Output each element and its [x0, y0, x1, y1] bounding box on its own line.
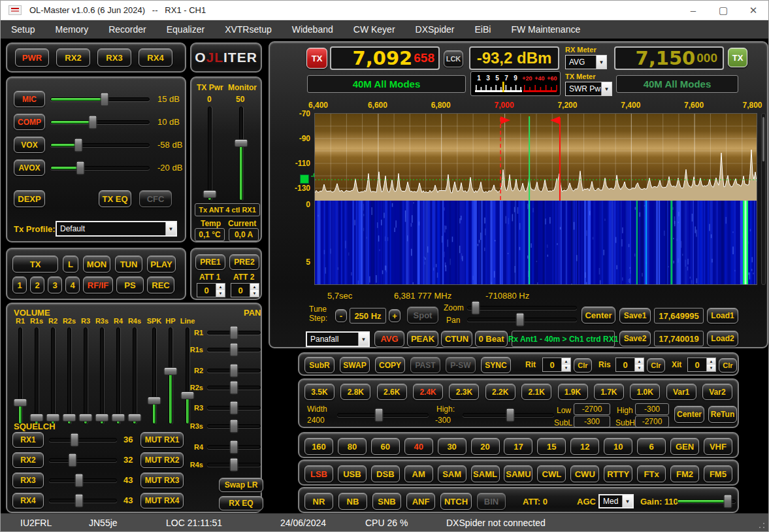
- gain-slider-thumb[interactable]: [723, 495, 732, 508]
- 10-button[interactable]: 10: [604, 438, 632, 455]
- 160-button[interactable]: 160: [304, 438, 333, 455]
- filter-center-button[interactable]: Center: [674, 406, 704, 423]
- tun-button[interactable]: TUN: [115, 256, 142, 273]
- vox-gain-slider[interactable]: [50, 140, 150, 150]
- xit-clear-button[interactable]: Clr: [719, 358, 737, 373]
- copy-button[interactable]: COPY: [375, 357, 405, 373]
- nr-button[interactable]: NR: [304, 493, 333, 510]
- cfc-button[interactable]: CFC: [139, 190, 172, 207]
- fm2-button[interactable]: FM2: [670, 465, 699, 482]
- 80-button[interactable]: 80: [338, 438, 367, 455]
- menu-item-setup[interactable]: Setup: [11, 24, 35, 35]
- spectrum-scale-thumb[interactable]: [762, 117, 764, 161]
- gain-marker-handle[interactable]: [300, 175, 309, 184]
- mic-gain-slider[interactable]: [50, 94, 150, 105]
- mute-rx2-button[interactable]: MUT RX2: [140, 452, 184, 468]
- avg-button[interactable]: AVG: [374, 331, 404, 347]
- mic-gain-slider-thumb[interactable]: [100, 93, 108, 107]
- menu-item-eibi[interactable]: EiBi: [474, 24, 491, 35]
- tx-meter-dropdown[interactable]: SWR Pwr ▼: [565, 82, 612, 96]
- tx-eq-button[interactable]: TX EQ: [99, 190, 131, 207]
- rx3-squelch-slider[interactable]: [49, 475, 117, 486]
- menu-item-cw-keyer[interactable]: CW Keyer: [353, 24, 395, 35]
- xit-up-icon[interactable]: ▲: [707, 358, 715, 365]
- ntch-button[interactable]: NTCH: [440, 493, 472, 510]
- rx3-button[interactable]: RX3: [97, 48, 131, 67]
- mute-rx1-button[interactable]: MUT RX1: [140, 432, 184, 448]
- l-button[interactable]: L: [63, 256, 78, 273]
- width-slider[interactable]: [337, 410, 429, 420]
- chevron-down-icon[interactable]: ▼: [596, 56, 606, 69]
- dexp-button[interactable]: DEXP: [14, 190, 45, 207]
- menu-item-equalizer[interactable]: Equalizer: [167, 24, 205, 35]
- rx4-squelch-button[interactable]: RX4: [12, 493, 44, 508]
- att2-stepper[interactable]: 0 ▲▼: [231, 283, 259, 297]
- am-button[interactable]: AM: [404, 465, 433, 482]
- 60-button[interactable]: 60: [371, 438, 400, 455]
- panadapter-waterfall-canvas[interactable]: [315, 114, 757, 285]
- minimize-button[interactable]: –: [678, 1, 708, 20]
- 20-button[interactable]: 20: [471, 438, 500, 455]
- 1-button[interactable]: 1: [12, 276, 27, 293]
- ris-clear-button[interactable]: Clr: [647, 358, 665, 373]
- gain-slider[interactable]: [677, 496, 736, 507]
- menu-item-dxspider[interactable]: DXSpider: [416, 24, 455, 35]
- comp-button[interactable]: COMP: [14, 114, 45, 130]
- 17-button[interactable]: 17: [504, 438, 532, 455]
- avox-gain-slider-thumb[interactable]: [76, 161, 84, 175]
- tx-a-button[interactable]: TX: [306, 48, 327, 69]
- zoom-slider[interactable]: [467, 303, 577, 313]
- menu-item-recorder[interactable]: Recorder: [108, 24, 146, 35]
- peak-button[interactable]: PEAK: [407, 331, 438, 347]
- avox-gain-slider[interactable]: [50, 163, 150, 173]
- bin-button[interactable]: BIN: [477, 493, 506, 510]
- rx4-button[interactable]: RX4: [139, 48, 172, 67]
- 2-1k-button[interactable]: 2.1K: [521, 384, 551, 400]
- ris-stepper[interactable]: 0▲▼: [615, 357, 644, 372]
- retun-button[interactable]: ReTun: [708, 406, 737, 423]
- cwl-button[interactable]: CWL: [537, 465, 566, 482]
- rx2-squelch-slider[interactable]: [49, 455, 117, 465]
- maximize-button[interactable]: ▢: [708, 1, 738, 20]
- vox-button[interactable]: VOX: [14, 137, 45, 153]
- zero-beat-button[interactable]: 0 Beat: [475, 331, 508, 347]
- rx3-squelch-slider-thumb[interactable]: [74, 474, 83, 488]
- 3-5k-button[interactable]: 3.5K: [304, 384, 335, 400]
- 4-button[interactable]: 4: [65, 276, 80, 293]
- att1-stepper[interactable]: 0 ▲▼: [197, 283, 225, 297]
- rit-clear-button[interactable]: Clr: [574, 358, 592, 373]
- sync-button[interactable]: SYNC: [481, 357, 511, 373]
- high-slider[interactable]: [463, 410, 554, 420]
- step-plus-button[interactable]: +: [389, 309, 401, 322]
- 15-button[interactable]: 15: [537, 438, 566, 455]
- att1-up-icon[interactable]: ▲: [216, 284, 225, 290]
- fm5-button[interactable]: FM5: [704, 465, 732, 482]
- rtty-button[interactable]: RTTY: [604, 465, 632, 482]
- var2-button[interactable]: Var2: [702, 384, 732, 400]
- tx-b-button[interactable]: TX: [728, 48, 747, 67]
- agc-dropdown[interactable]: Med ▼: [598, 494, 634, 508]
- att1-down-icon[interactable]: ▼: [216, 290, 225, 297]
- zoom-slider-thumb[interactable]: [472, 301, 480, 315]
- rx1-squelch-slider[interactable]: [49, 435, 117, 445]
- 2-button[interactable]: 2: [30, 276, 44, 293]
- ctun-button[interactable]: CTUN: [441, 331, 472, 347]
- 2-2k-button[interactable]: 2.2K: [485, 384, 515, 400]
- rx4-squelch-slider[interactable]: [49, 495, 117, 506]
- load1-button[interactable]: Load1: [707, 308, 738, 324]
- chevron-down-icon[interactable]: ▼: [165, 222, 176, 235]
- tx-pwr-slider[interactable]: [205, 107, 215, 201]
- pan-slider-thumb[interactable]: [515, 313, 524, 327]
- ftx-button[interactable]: FTx: [637, 465, 666, 482]
- ps-button[interactable]: PS: [116, 276, 144, 293]
- chevron-down-icon[interactable]: ▼: [601, 82, 612, 95]
- tx-button[interactable]: TX: [12, 256, 58, 273]
- spectrum-scale-slider[interactable]: [761, 113, 766, 285]
- subr-button[interactable]: SubR: [304, 357, 335, 373]
- 1-9k-button[interactable]: 1.9K: [558, 384, 588, 400]
- load2-button[interactable]: Load2: [707, 331, 738, 346]
- monitor-slider-thumb[interactable]: [235, 139, 248, 147]
- resize-grip-icon[interactable]: [758, 522, 766, 529]
- menu-item-xvtrsetup[interactable]: XVTRsetup: [225, 24, 272, 35]
- subh-box[interactable]: -2700: [635, 416, 669, 427]
